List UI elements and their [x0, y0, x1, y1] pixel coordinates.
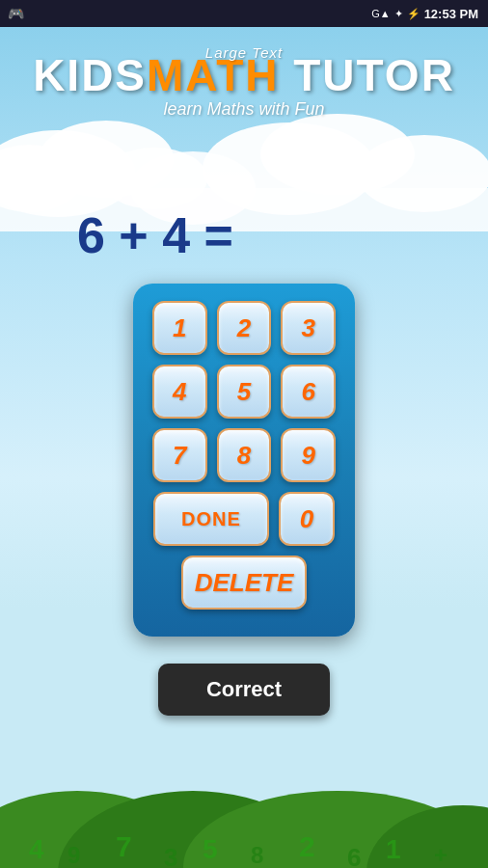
key-1-label: 1: [173, 313, 186, 343]
math-question: 6 + 4 =: [0, 206, 488, 264]
key-done-label: DONE: [181, 508, 241, 530]
menu-icon: 🎮: [8, 6, 24, 21]
signal-icon: G▲: [371, 8, 390, 19]
svg-text:4: 4: [29, 834, 44, 864]
ground-svg: 4 9 7 3 5 8 2 6 1 +: [0, 714, 488, 868]
key-done[interactable]: DONE: [153, 492, 269, 546]
equation-display: 6 + 4 =: [77, 207, 233, 263]
svg-text:5: 5: [203, 834, 218, 864]
key-9-label: 9: [301, 441, 314, 471]
key-3[interactable]: 3: [281, 301, 336, 355]
key-0[interactable]: 0: [279, 492, 335, 546]
key-delete-label: DELETE: [195, 568, 294, 598]
key-8[interactable]: 8: [217, 428, 272, 482]
svg-text:1: 1: [386, 834, 401, 864]
app-header: Large Text KIDSMATH TUTOR learn Maths wi…: [0, 27, 488, 120]
key-7[interactable]: 7: [152, 428, 207, 482]
key-2[interactable]: 2: [217, 301, 272, 355]
svg-text:6: 6: [347, 843, 361, 868]
svg-text:8: 8: [251, 842, 263, 868]
large-text-label: Large Text: [0, 44, 488, 61]
correct-button-container: Correct: [0, 664, 488, 716]
key-2-label: 2: [237, 313, 251, 343]
keypad-row-1: 1 2 3: [152, 301, 336, 355]
keypad-container: 1 2 3 4 5 6 7 8 9 DONE 0 DELETE: [0, 284, 488, 637]
ground-area: 4 9 7 3 5 8 2 6 1 +: [0, 714, 488, 868]
svg-text:3: 3: [164, 843, 177, 868]
keypad-row-3: 7 8 9: [152, 428, 336, 482]
app-subtitle: learn Maths with Fun: [0, 99, 488, 120]
key-delete[interactable]: DELETE: [181, 556, 307, 610]
key-9[interactable]: 9: [281, 428, 336, 482]
key-7-label: 7: [173, 441, 186, 471]
svg-text:7: 7: [116, 830, 132, 862]
wifi-icon: ✦: [394, 8, 403, 20]
key-0-label: 0: [300, 504, 313, 534]
battery-charging-icon: ⚡: [407, 8, 420, 20]
svg-text:9: 9: [68, 842, 80, 868]
correct-button[interactable]: Correct: [158, 664, 330, 716]
svg-text:2: 2: [299, 830, 315, 862]
key-4-label: 4: [173, 377, 186, 407]
keypad-row-5: DELETE: [152, 556, 336, 610]
key-6-label: 6: [301, 377, 314, 407]
key-4[interactable]: 4: [152, 365, 207, 419]
status-bar: 🎮 G▲ ✦ ⚡ 12:53 PM: [0, 0, 488, 27]
keypad: 1 2 3 4 5 6 7 8 9 DONE 0 DELETE: [133, 284, 355, 637]
key-5-label: 5: [237, 377, 251, 407]
key-3-label: 3: [301, 313, 314, 343]
keypad-row-2: 4 5 6: [152, 365, 336, 419]
svg-text:+: +: [434, 842, 447, 868]
key-6[interactable]: 6: [281, 365, 336, 419]
key-1[interactable]: 1: [152, 301, 207, 355]
status-time: 12:53 PM: [424, 7, 478, 21]
key-5[interactable]: 5: [217, 365, 272, 419]
keypad-row-4: DONE 0: [152, 492, 336, 546]
key-8-label: 8: [237, 441, 251, 471]
